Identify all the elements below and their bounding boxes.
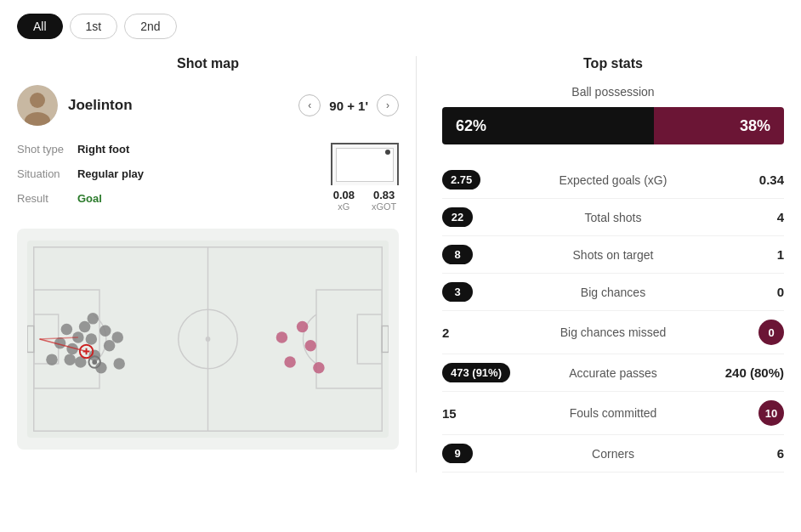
svg-point-24 [111,331,123,343]
svg-point-1 [30,93,45,108]
pitch-svg [27,239,389,439]
prev-arrow[interactable]: ‹ [298,94,321,116]
svg-point-22 [99,325,111,337]
goal-net-diagram: 0.08 xG 0.83 xGOT [331,143,399,212]
stat-row-fouls: 15 Fouls committed 10 [442,392,784,435]
stat-away-total-shots: 4 [716,210,784,224]
stat-away-fouls: 10 [716,400,784,426]
stat-away-big-chances-missed: 0 [716,320,784,345]
player-name: Joelinton [68,97,288,114]
stats-list: 2.75 Expected goals (xG) 0.34 22 Total s… [442,161,784,473]
possession-home: 62% [442,107,654,144]
period-tabs: All 1st 2nd [17,14,784,39]
stat-name-xg: Expected goals (xG) [510,173,716,187]
stat-home-big-chances: 3 [442,282,510,302]
tab-2nd[interactable]: 2nd [124,14,176,39]
stat-away-accurate-passes: 240 (80%) [716,365,784,380]
result-value: Goal [77,192,317,205]
stat-name-big-chances: Big chances [510,286,716,299]
stat-name-fouls: Fouls committed [510,406,716,420]
stat-row-total-shots: 22 Total shots 4 [442,199,784,236]
svg-point-30 [46,354,58,365]
tab-1st[interactable]: 1st [70,14,118,39]
svg-point-29 [64,354,76,365]
svg-point-35 [92,359,97,365]
shot-map-title: Shot map [17,56,399,71]
stat-name-total-shots: Total shots [510,211,716,224]
xgot-label: xGOT [372,201,396,212]
possession-label: Ball possession [442,85,784,99]
main-layout: Shot map Joelinton ‹ 90 + 1' › Shot type… [17,56,784,473]
shot-map-panel: Shot map Joelinton ‹ 90 + 1' › Shot type… [17,56,417,473]
svg-point-27 [113,358,125,370]
stat-away-xg: 0.34 [716,173,784,187]
player-row: Joelinton ‹ 90 + 1' › [17,85,399,126]
stat-badge-xg: 2.75 [442,170,480,190]
stat-name-big-chances-missed: Big chances missed [510,325,716,339]
situation-label: Situation [17,167,64,180]
stat-away-badge-fouls: 10 [758,400,784,426]
svg-point-18 [79,321,91,333]
stat-home-accurate-passes: 473 (91%) [442,363,510,382]
nav-arrows: ‹ 90 + 1' › [298,94,399,116]
stat-badge-accurate-passes: 473 (91%) [442,363,510,382]
possession-away: 38% [654,107,784,144]
stat-plain-big-chances-missed: 2 [442,325,449,340]
svg-point-23 [104,340,116,352]
svg-point-20 [86,333,98,345]
svg-point-38 [276,331,288,343]
result-label: Result [17,192,64,205]
next-arrow[interactable]: › [377,94,399,116]
situation-value: Regular play [77,167,317,180]
stat-row-xg: 2.75 Expected goals (xG) 0.34 [442,161,784,199]
avatar [17,85,58,126]
top-stats-title: Top stats [442,56,784,71]
stat-away-corners: 6 [716,446,784,461]
pitch-map [17,229,399,450]
stat-badge-big-chances: 3 [442,282,473,302]
stat-home-total-shots: 22 [442,207,510,227]
stat-row-shots-on-target: 8 Shots on target 1 [442,236,784,274]
stat-badge-total-shots: 22 [442,207,473,227]
svg-point-7 [206,337,211,342]
stat-home-xg: 2.75 [442,170,510,190]
svg-point-40 [304,340,316,352]
stat-row-corners: 9 Corners 6 [442,435,784,473]
stat-row-big-chances-missed: 2 Big chances missed 0 [442,311,784,354]
stat-name-shots-on-target: Shots on target [510,248,716,262]
stat-away-big-chances: 0 [716,285,784,299]
top-stats-panel: Top stats Ball possession 62% 38% 2.75 E… [417,56,784,473]
stat-row-accurate-passes: 473 (91%) Accurate passes 240 (80%) [442,354,784,392]
xg-value: 0.08 [333,189,355,201]
shot-details: Shot type Right foot 0.08 xG 0.83 xGOT [17,143,399,212]
stat-home-fouls: 15 [442,406,510,421]
stat-home-corners: 9 [442,444,510,463]
stat-name-corners: Corners [510,447,716,461]
possession-bar: 62% 38% [442,107,784,144]
stat-away-shots-on-target: 1 [716,247,784,262]
stat-home-shots-on-target: 8 [442,245,510,264]
shot-type-value: Right foot [77,143,317,156]
tab-all[interactable]: All [17,14,63,39]
stat-name-accurate-passes: Accurate passes [510,366,716,380]
stat-away-badge-big-chances-missed: 0 [758,320,784,345]
stat-plain-fouls: 15 [442,406,457,421]
stat-badge-shots-on-target: 8 [442,245,473,264]
stat-home-big-chances-missed: 2 [442,325,510,340]
xgot-value: 0.83 [373,189,395,201]
shot-time: 90 + 1' [329,99,368,113]
shot-type-label: Shot type [17,143,64,156]
stat-row-big-chances: 3 Big chances 0 [442,274,784,311]
svg-point-15 [61,324,73,336]
svg-point-41 [284,356,296,368]
svg-point-19 [88,313,99,325]
svg-point-42 [313,362,325,374]
stat-badge-corners: 9 [442,444,473,463]
svg-point-39 [297,321,309,333]
xg-label: xG [338,201,349,212]
